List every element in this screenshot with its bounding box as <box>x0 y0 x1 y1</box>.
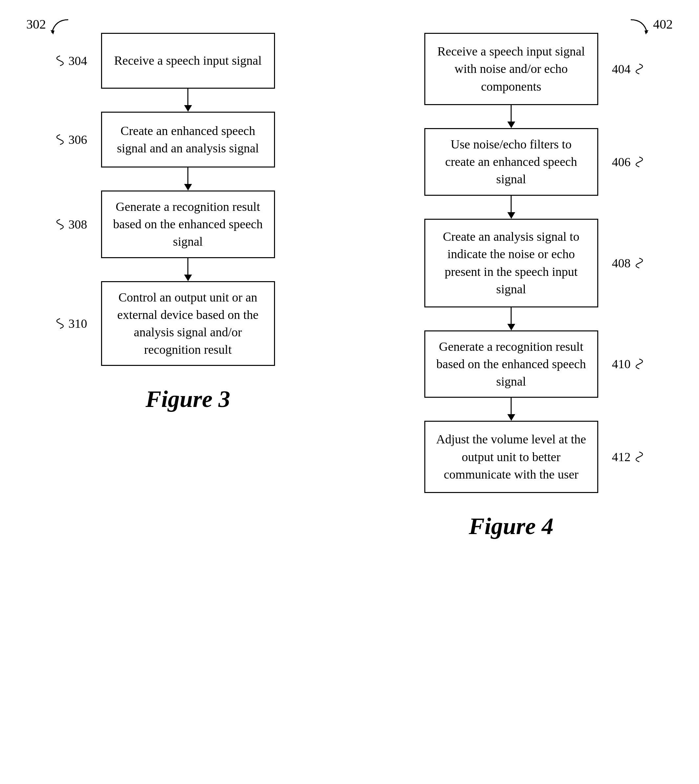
fig4-box-404: Receive a speech input signal with noise… <box>424 33 598 105</box>
fig4-arrow-3 <box>507 307 515 331</box>
figures-container: 304 Receive a speech input signal <box>26 20 673 540</box>
arrow-head <box>507 414 515 421</box>
fig4-arrow-2 <box>507 196 515 219</box>
arrow-line <box>511 105 512 121</box>
fig3-box-306: Create an enhanced speech signal and an … <box>101 112 275 168</box>
fig4-box-406: Use noise/echo filters to create an enha… <box>424 128 598 196</box>
fig4-ref-404-label: 404 <box>612 62 649 76</box>
fig3-arrow-3 <box>184 258 192 281</box>
fig4-ref-408-label: 408 <box>612 256 649 270</box>
fig3-box-310: Control an output unit or an external de… <box>101 281 275 366</box>
fig3-arrow-1 <box>184 89 192 112</box>
fig4-ref-410-label: 410 <box>612 357 649 371</box>
arrow-line <box>511 398 512 414</box>
arrow-head <box>184 274 192 281</box>
fig3-step-310-row: 310 Control an output unit or an externa… <box>40 281 336 366</box>
fig4-ref-412-label: 412 <box>612 450 649 464</box>
page: 302 402 304 <box>0 0 699 784</box>
arrow-head <box>507 324 515 331</box>
fig3-step-306-row: 306 Create an enhanced speech signal and… <box>40 112 336 168</box>
fig3-squiggle-308 <box>50 218 66 231</box>
fig3-ref-num: 302 <box>26 17 46 32</box>
fig3-caption: Figure 3 <box>146 385 230 413</box>
fig4-squiggle-412 <box>633 450 649 463</box>
fig4-arrow-4 <box>507 398 515 421</box>
fig4-step-406-row: Use noise/echo filters to create an enha… <box>364 128 659 196</box>
fig3-squiggle-310 <box>50 317 66 330</box>
fig4-squiggle-408 <box>633 256 649 270</box>
fig3-squiggle-304 <box>50 54 66 67</box>
fig4-arrow-1 <box>507 105 515 128</box>
arrow-head <box>184 184 192 191</box>
fig3-squiggle-306 <box>50 133 66 146</box>
arrow-line <box>187 168 188 184</box>
arrow-line <box>187 89 188 105</box>
fig4-step-412-row: Adjust the volume level at the output un… <box>364 421 659 493</box>
fig4-squiggle-406 <box>633 155 649 168</box>
figure4-wrapper: Receive a speech input signal with noise… <box>364 33 659 540</box>
arrow-line <box>187 258 188 274</box>
fig4-step-404-row: Receive a speech input signal with noise… <box>364 33 659 105</box>
fig3-arrow-2 <box>184 168 192 191</box>
figure3-wrapper: 304 Receive a speech input signal <box>40 33 336 413</box>
fig4-flow-diagram: Receive a speech input signal with noise… <box>364 33 659 493</box>
fig4-ref-num: 402 <box>653 17 673 32</box>
fig4-step-410-row: Generate a recognition result based on t… <box>364 331 659 398</box>
fig4-caption: Figure 4 <box>469 513 553 540</box>
fig3-ref-308-label: 308 <box>50 217 87 232</box>
fig4-box-412: Adjust the volume level at the output un… <box>424 421 598 493</box>
fig3-box-304: Receive a speech input signal <box>101 33 275 89</box>
fig3-step-304-row: 304 Receive a speech input signal <box>40 33 336 89</box>
fig4-step-408-row: Create an analysis signal to indicate th… <box>364 219 659 307</box>
fig3-flow-diagram: 304 Receive a speech input signal <box>40 33 336 366</box>
arrow-head <box>507 212 515 219</box>
fig3-ref-310-label: 310 <box>50 316 87 331</box>
fig4-squiggle-410 <box>633 357 649 370</box>
fig3-box-308: Generate a recognition result based on t… <box>101 191 275 258</box>
fig4-box-410: Generate a recognition result based on t… <box>424 331 598 398</box>
arrow-head <box>184 105 192 112</box>
fig4-squiggle-404 <box>633 62 649 76</box>
fig4-box-408: Create an analysis signal to indicate th… <box>424 219 598 307</box>
fig3-ref-306-label: 306 <box>50 132 87 147</box>
arrow-line <box>511 307 512 324</box>
arrow-head <box>507 121 515 128</box>
fig3-step-308-row: 308 Generate a recognition result based … <box>40 191 336 258</box>
fig3-ref-304-label: 304 <box>50 53 87 68</box>
fig4-ref-406-label: 406 <box>612 155 649 169</box>
arrow-line <box>511 196 512 212</box>
